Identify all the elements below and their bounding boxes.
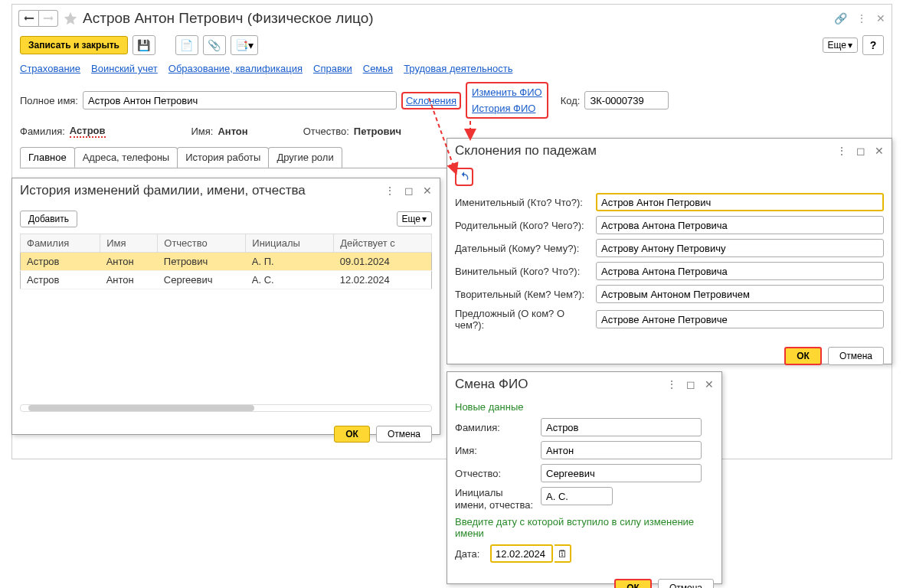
decl-restore-icon[interactable]: ◻	[856, 145, 865, 157]
decl-nom-input[interactable]	[596, 193, 884, 211]
history-restore-icon[interactable]: ◻	[404, 185, 414, 197]
declensions-link[interactable]: Склонения	[401, 92, 461, 109]
cfio-cancel-button[interactable]: Отмена	[658, 579, 714, 588]
scroll-track[interactable]	[20, 404, 432, 412]
decl-refresh-button[interactable]	[455, 168, 473, 186]
declensions-dialog: Склонения по падежам ⋮ ◻ ✕ Именительный …	[447, 138, 892, 364]
cfio-date-input[interactable]	[490, 544, 553, 563]
cfio-initials-input[interactable]	[541, 487, 613, 505]
cfio-initials-label: Инициалы имени, отчества:	[455, 487, 536, 511]
cfio-patronymic-input[interactable]	[541, 464, 702, 482]
decl-nom-label: Именительный (Кто? Что?):	[455, 197, 591, 208]
patronymic-part-label: Отчество:	[303, 126, 349, 137]
code-label: Код:	[561, 95, 581, 106]
tab-history[interactable]: История работы	[177, 147, 269, 168]
save-close-button[interactable]: Записать и закрыть	[20, 36, 128, 54]
close-icon[interactable]: ✕	[876, 12, 885, 24]
decl-ok-button[interactable]: ОК	[784, 347, 822, 365]
favorite-star-icon[interactable]	[63, 11, 78, 26]
cfio-patronymic-label: Отчество:	[455, 468, 536, 479]
refresh-icon	[458, 171, 470, 183]
col-effective[interactable]: Действует с	[334, 234, 432, 253]
nav-forward-button[interactable]: 🠖	[38, 10, 58, 27]
full-name-input[interactable]	[83, 91, 397, 109]
change-fio-link[interactable]: Изменить ФИО	[472, 87, 542, 98]
cfio-surname-input[interactable]	[541, 418, 702, 436]
history-more-vertical-icon[interactable]: ⋮	[384, 185, 395, 197]
link-labor[interactable]: Трудовая деятельность	[404, 63, 512, 74]
more-vertical-icon[interactable]: ⋮	[856, 12, 867, 24]
cfio-name-label: Имя:	[455, 445, 536, 456]
link-education[interactable]: Образование, квалификация	[168, 63, 303, 74]
declensions-dialog-title: Склонения по падежам	[455, 143, 597, 158]
tab-main[interactable]: Главное	[20, 147, 75, 168]
history-dialog-title: История изменений фамилии, имени, отчест…	[20, 183, 306, 198]
main-more-button[interactable]: Еще ▾	[823, 38, 858, 53]
col-name[interactable]: Имя	[100, 234, 158, 253]
titlebar: 🠔 🠖 Астров Антон Петрович (Физическое ли…	[12, 5, 892, 32]
history-add-button[interactable]: Добавить	[20, 211, 77, 227]
link-family[interactable]: Семья	[363, 63, 393, 74]
window-title: Астров Антон Петрович (Физическое лицо)	[83, 10, 834, 27]
change-fio-dialog: Смена ФИО ⋮ ◻ ✕ Новые данные Фамилия: Им…	[447, 371, 722, 584]
cfio-restore-icon[interactable]: ◻	[686, 378, 695, 390]
decl-gen-input[interactable]	[596, 216, 884, 234]
history-table: Фамилия Имя Отчество Инициалы Действует …	[20, 234, 432, 289]
link-military[interactable]: Воинский учет	[91, 63, 158, 74]
link-references[interactable]: Справки	[313, 63, 352, 74]
decl-ins-label: Творительный (Кем? Чем?):	[455, 289, 591, 300]
decl-dat-input[interactable]	[596, 239, 884, 257]
list-button[interactable]: 📄	[175, 35, 198, 55]
history-ok-button[interactable]: ОК	[334, 426, 370, 443]
decl-cancel-button[interactable]: Отмена	[828, 347, 884, 365]
cfio-ok-button[interactable]: ОК	[614, 579, 652, 588]
decl-acc-input[interactable]	[596, 262, 884, 280]
nav-back-button[interactable]: 🠔	[18, 10, 38, 27]
firstname-value: Антон	[218, 126, 247, 137]
tab-addresses[interactable]: Адреса, телефоны	[74, 147, 178, 168]
cfio-calendar-icon[interactable]: 🗓	[555, 544, 571, 563]
link-insurance[interactable]: Страхование	[20, 63, 80, 74]
save-button[interactable]: 💾	[133, 35, 155, 55]
nav-links-row: Страхование Воинский учет Образование, к…	[12, 58, 892, 79]
full-name-row: Полное имя: Склонения Изменить ФИО Истор…	[12, 79, 892, 122]
cfio-name-input[interactable]	[541, 441, 702, 459]
firstname-part-label: Имя:	[191, 126, 214, 137]
decl-gen-label: Родительный (Кого? Чего?):	[455, 220, 591, 231]
cfio-date-prompt: Введите дату с которой вступило в силу и…	[455, 516, 714, 539]
import-button[interactable]: 📑▾	[231, 35, 258, 55]
surname-value: Астров	[70, 125, 106, 138]
link-chain-icon[interactable]: 🔗	[834, 12, 847, 24]
new-data-heading: Новые данные	[455, 401, 714, 413]
decl-prep-input[interactable]	[596, 310, 884, 328]
decl-close-icon[interactable]: ✕	[875, 145, 884, 157]
full-name-label: Полное имя:	[20, 95, 78, 106]
history-more-button[interactable]: Еще ▾	[397, 211, 432, 227]
decl-prep-label: Предложный (О ком? О чем?):	[455, 308, 591, 331]
change-fio-dialog-title: Смена ФИО	[455, 377, 528, 392]
scroll-thumb[interactable]	[28, 405, 254, 411]
cfio-surname-label: Фамилия:	[455, 422, 536, 433]
cfio-close-icon[interactable]: ✕	[705, 378, 714, 390]
tab-other-roles[interactable]: Другие роли	[268, 147, 342, 168]
table-row[interactable]: Астров Антон Петрович А. П. 09.01.2024	[21, 253, 432, 271]
history-dialog: История изменений фамилии, имени, отчест…	[11, 178, 440, 435]
decl-ins-input[interactable]	[596, 285, 884, 303]
col-surname[interactable]: Фамилия	[21, 234, 100, 253]
decl-acc-label: Винительный (Кого? Что?):	[455, 266, 591, 277]
code-input[interactable]	[584, 91, 669, 109]
surname-part-label: Фамилия:	[20, 126, 65, 137]
cfio-date-label: Дата:	[455, 548, 486, 560]
table-row[interactable]: Астров Антон Сергеевич А. С. 12.02.2024	[21, 271, 432, 289]
col-patronymic[interactable]: Отчество	[158, 234, 246, 253]
history-close-icon[interactable]: ✕	[423, 185, 432, 197]
attach-button[interactable]: 📎	[203, 35, 226, 55]
history-fio-link[interactable]: История ФИО	[472, 103, 542, 114]
col-initials[interactable]: Инициалы	[246, 234, 334, 253]
cfio-more-vertical-icon[interactable]: ⋮	[666, 378, 677, 390]
history-cancel-button[interactable]: Отмена	[376, 426, 432, 443]
help-button[interactable]: ?	[862, 35, 884, 55]
decl-more-vertical-icon[interactable]: ⋮	[836, 145, 847, 157]
patronymic-value: Петрович	[354, 126, 401, 137]
main-toolbar: Записать и закрыть 💾 📄 📎 📑▾ Еще ▾ ?	[12, 32, 892, 58]
